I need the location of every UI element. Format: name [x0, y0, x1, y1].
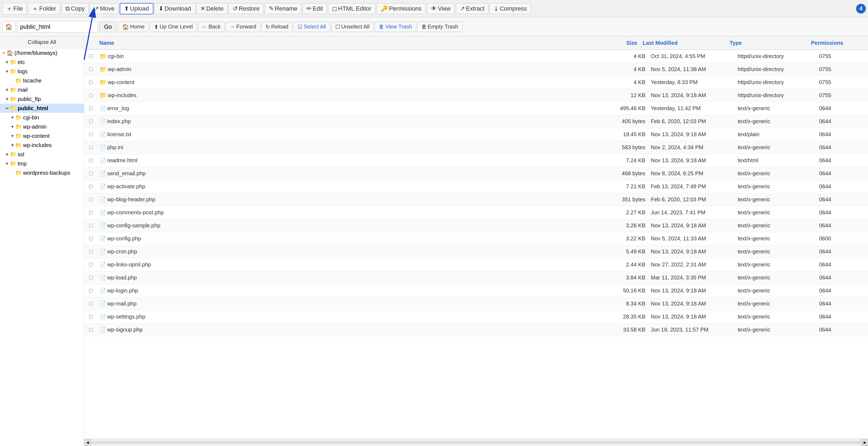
header-size[interactable]: Size: [599, 40, 643, 46]
table-row[interactable]: 📄 wp-comments-post.php 2.27 KB Jun 14, 2…: [84, 206, 868, 219]
file-checkbox-input[interactable]: [89, 276, 93, 279]
file-checkbox-input[interactable]: [89, 250, 93, 253]
unselect-all-button[interactable]: ☐ Unselect All: [331, 22, 374, 32]
file-checkbox-input[interactable]: [89, 185, 93, 188]
tree-item[interactable]: +📁mail: [0, 85, 84, 94]
file-checkbox[interactable]: [84, 157, 97, 164]
table-row[interactable]: 📄 wp-signup.php 33.58 KB Jun 19, 2023, 1…: [84, 323, 868, 336]
go-button[interactable]: Go: [99, 22, 117, 32]
header-permissions[interactable]: Permissions: [811, 40, 860, 46]
table-row[interactable]: 📁 wp-content 4 KB Yesterday, 8:33 PM htt…: [84, 76, 868, 89]
tree-item[interactable]: +📁public_ftp: [0, 94, 84, 104]
table-row[interactable]: 📄 error_log 495.46 KB Yesterday, 11:42 P…: [84, 102, 868, 115]
table-row[interactable]: 📄 license.txt 19.45 KB Nov 13, 2024, 9:1…: [84, 128, 868, 141]
file-checkbox[interactable]: [84, 314, 97, 320]
file-checkbox-input[interactable]: [89, 224, 93, 227]
permissions-button[interactable]: 🔑 Permissions: [377, 3, 426, 14]
file-checkbox[interactable]: [84, 287, 97, 294]
table-row[interactable]: 📄 wp-load.php 3.84 KB Mar 11, 2024, 3:35…: [84, 271, 868, 284]
file-checkbox[interactable]: [84, 327, 97, 333]
file-checkbox-input[interactable]: [89, 198, 93, 201]
file-checkbox[interactable]: [84, 66, 97, 72]
table-row[interactable]: 📄 wp-config.php 3.22 KB Nov 5, 2024, 11:…: [84, 232, 868, 245]
table-row[interactable]: 📄 wp-login.php 50.16 KB Nov 13, 2024, 9:…: [84, 284, 868, 297]
tree-item[interactable]: +📁tmp: [0, 159, 84, 168]
tree-item[interactable]: +📁ssl: [0, 150, 84, 159]
home-nav-button[interactable]: 🏠 Home: [118, 22, 149, 32]
up-one-level-button[interactable]: ⬆ Up One Level: [150, 22, 197, 32]
tree-item[interactable]: −🏠(/home/blueways): [0, 48, 84, 58]
notification-badge[interactable]: 4: [856, 4, 866, 13]
file-checkbox-input[interactable]: [89, 146, 93, 149]
tree-item[interactable]: 📁wordpress-backups: [0, 168, 84, 177]
table-row[interactable]: 📄 wp-cron.php 5.49 KB Nov 13, 2024, 9:18…: [84, 245, 868, 258]
table-row[interactable]: 📁 cgi-bin 4 KB Oct 31, 2024, 4:55 PM htt…: [84, 50, 868, 63]
table-row[interactable]: 📄 index.php 405 bytes Feb 6, 2020, 12:03…: [84, 115, 868, 128]
file-checkbox[interactable]: [84, 118, 97, 125]
file-checkbox[interactable]: [84, 144, 97, 150]
home-icon-button[interactable]: 🏠: [2, 22, 16, 32]
tree-item[interactable]: +📁etc: [0, 58, 84, 67]
file-checkbox-input[interactable]: [89, 302, 93, 306]
restore-button[interactable]: ↺ Restore: [228, 3, 264, 14]
select-all-button[interactable]: ☑ Select All: [293, 22, 330, 32]
table-row[interactable]: 📄 readme.html 7.24 KB Nov 13, 2024, 9:18…: [84, 154, 868, 167]
file-checkbox-input[interactable]: [89, 315, 93, 318]
tree-item[interactable]: −📁public_html: [0, 104, 84, 113]
table-row[interactable]: 📄 send_email.php 468 bytes Nov 8, 2024, …: [84, 167, 868, 180]
html-editor-button[interactable]: ◻ HTML Editor: [328, 3, 375, 14]
table-row[interactable]: 📄 wp-config-sample.php 3.26 KB Nov 13, 2…: [84, 219, 868, 232]
table-row[interactable]: 📄 wp-links-opml.php 2.44 KB Nov 27, 2022…: [84, 258, 868, 271]
reload-button[interactable]: ↻ Reload: [261, 22, 292, 32]
rename-button[interactable]: ✎ Rename: [265, 3, 301, 14]
compress-button[interactable]: ⤓ Compress: [490, 3, 531, 14]
forward-button[interactable]: → Forward: [226, 22, 260, 32]
table-row[interactable]: 📁 wp-includes 12 KB Nov 13, 2024, 9:18 A…: [84, 89, 868, 102]
table-row[interactable]: 📄 wp-settings.php 28.35 KB Nov 13, 2024,…: [84, 310, 868, 323]
view-button[interactable]: 👁 View: [427, 3, 455, 14]
file-checkbox-input[interactable]: [89, 107, 93, 110]
table-row[interactable]: 📄 wp-blog-header.php 351 bytes Feb 6, 20…: [84, 193, 868, 206]
empty-trash-button[interactable]: 🗑 Empty Trash: [417, 22, 462, 32]
edit-button[interactable]: ✏ Edit: [303, 3, 327, 14]
back-button[interactable]: ← Back: [198, 22, 224, 32]
file-checkbox-input[interactable]: [89, 159, 93, 162]
file-checkbox[interactable]: [84, 248, 97, 255]
download-button[interactable]: ⬇ Download: [154, 3, 195, 14]
file-checkbox-input[interactable]: [89, 133, 93, 136]
file-checkbox-input[interactable]: [89, 172, 93, 175]
header-name[interactable]: Name: [97, 40, 599, 46]
view-trash-button[interactable]: 🗑 View Trash: [375, 22, 416, 32]
extract-button[interactable]: ↗ Extract: [456, 3, 489, 14]
tree-item[interactable]: +📁logs: [0, 67, 84, 76]
tree-item[interactable]: +📁wp-admin: [0, 122, 84, 131]
file-checkbox[interactable]: [84, 222, 97, 229]
scroll-left-button[interactable]: ◀: [84, 439, 91, 446]
file-button[interactable]: ＋ File: [2, 3, 27, 15]
file-checkbox-input[interactable]: [89, 55, 93, 58]
scroll-right-button[interactable]: ▶: [862, 439, 868, 446]
copy-button[interactable]: ⧉ Copy: [61, 3, 89, 14]
file-checkbox[interactable]: [84, 209, 97, 216]
tree-item[interactable]: +📁cgi-bin: [0, 113, 84, 122]
move-button[interactable]: ↗ Move: [90, 3, 119, 14]
file-checkbox[interactable]: [84, 105, 97, 111]
tree-item[interactable]: +📁wp-includes: [0, 140, 84, 150]
file-checkbox[interactable]: [84, 79, 97, 85]
header-type[interactable]: Type: [730, 40, 811, 46]
delete-button[interactable]: ✕ Delete: [196, 3, 228, 14]
header-last-modified[interactable]: Last Modified: [643, 40, 730, 46]
file-checkbox[interactable]: [84, 170, 97, 177]
file-checkbox-input[interactable]: [89, 211, 93, 214]
tree-item[interactable]: 📁lscache: [0, 76, 84, 85]
table-row[interactable]: 📄 wp-activate.php 7.21 KB Feb 13, 2024, …: [84, 180, 868, 193]
collapse-all-button[interactable]: Collapse All: [0, 36, 84, 48]
file-checkbox-input[interactable]: [89, 289, 93, 293]
file-checkbox[interactable]: [84, 183, 97, 190]
table-row[interactable]: 📁 wp-admin 4 KB Nov 5, 2024, 11:38 AM ht…: [84, 63, 868, 76]
tree-item[interactable]: +📁wp-content: [0, 131, 84, 140]
upload-button[interactable]: ⬆ Upload: [120, 3, 153, 14]
file-checkbox-input[interactable]: [89, 328, 93, 332]
file-checkbox[interactable]: [84, 236, 97, 242]
file-checkbox[interactable]: [84, 92, 97, 99]
